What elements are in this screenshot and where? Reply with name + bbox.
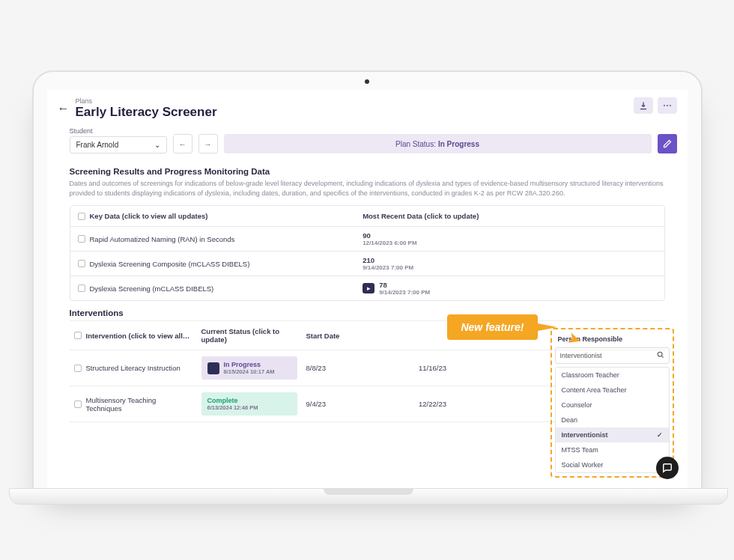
plan-status-bar: Plan Status: In Progress [224, 134, 652, 153]
key-data-cell[interactable]: Dyslexia Screening (mCLASS DIBELS) [70, 276, 356, 300]
person-option[interactable]: Social Worker [556, 457, 669, 472]
col-key-data[interactable]: Key Data (click to view all updates) [90, 212, 208, 220]
student-select[interactable]: Frank Arnold ⌄ [70, 136, 167, 153]
end-date: 11/16/23 [369, 358, 497, 378]
help-fab-button[interactable] [656, 457, 679, 479]
key-data-cell[interactable]: Rapid Automatized Naming (RAN) in Second… [70, 227, 356, 251]
download-button[interactable] [634, 97, 653, 114]
student-label: Student [70, 127, 167, 135]
intervention-name: Multisensory Teaching Techniques [86, 396, 192, 413]
person-option-label: MTSS Team [562, 446, 598, 454]
person-option[interactable]: Classroom Teacher [556, 368, 669, 383]
checkbox[interactable] [74, 401, 82, 408]
key-data-label: Rapid Automatized Naming (RAN) in Second… [90, 235, 235, 243]
status-label: In Progress [224, 361, 275, 368]
recent-value: 90 [363, 231, 417, 240]
recent-value: 78 [379, 281, 430, 289]
checkbox[interactable] [78, 213, 85, 220]
status-cell[interactable]: Complete6/13/2024 12:46 PM [197, 386, 302, 421]
person-option-label: Interventionist [562, 431, 608, 439]
search-icon [657, 351, 664, 360]
checkbox[interactable] [74, 365, 82, 372]
col-start-date[interactable]: Start Date [306, 332, 340, 340]
person-option-label: Dean [562, 416, 578, 424]
interventions-section-title: Interventions [70, 308, 665, 317]
checkbox[interactable] [78, 260, 85, 267]
status-timestamp: 6/13/2024 12:46 PM [207, 404, 258, 411]
plan-status-prefix: Plan Status: [395, 140, 436, 148]
app-screen: ← Plans Early Literacy Screener ⋯ Studen… [47, 90, 688, 488]
key-data-label: Dyslexia Screening (mCLASS DIBELS) [90, 284, 214, 293]
recent-data-cell[interactable]: ▸ 789/14/2023 7:00 PM [355, 276, 664, 300]
back-arrow-icon[interactable]: ← [58, 102, 70, 115]
person-option-label: Social Worker [562, 461, 604, 469]
person-option-label: Counselor [562, 401, 592, 409]
recent-timestamp: 9/14/2023 7:00 PM [379, 289, 430, 296]
new-feature-callout: New feature! ➤ [447, 314, 537, 340]
status-badge-icon [207, 362, 219, 374]
screening-section-title: Screening Results and Progress Monitorin… [70, 167, 665, 176]
next-student-button[interactable]: → [198, 134, 218, 153]
recent-timestamp: 12/14/2023 6:00 PM [363, 240, 417, 246]
status-timestamp: 8/15/2024 10:17 AM [224, 368, 275, 375]
chevron-down-icon: ⌄ [154, 141, 160, 149]
person-option[interactable]: MTSS Team [556, 442, 669, 457]
person-option[interactable]: Content Area Teacher [556, 383, 669, 398]
page-title: Early Literacy Screener [76, 105, 217, 120]
recent-data-cell[interactable]: 2109/14/2023 7:00 PM [355, 252, 664, 276]
person-option[interactable]: Counselor [556, 398, 669, 413]
status-cell[interactable]: In Progress8/15/2024 10:17 AM [197, 350, 302, 386]
recent-data-cell[interactable]: 9012/14/2023 6:00 PM [355, 227, 664, 251]
person-option[interactable]: Dean [556, 413, 669, 427]
screening-table: Key Data (click to view all updates) Mos… [70, 205, 665, 301]
start-date: 8/8/23 [302, 358, 369, 378]
col-intervention[interactable]: Intervention (click to view all… [86, 332, 190, 340]
laptop-base [9, 488, 728, 505]
svg-point-0 [658, 352, 662, 356]
checkbox[interactable] [78, 235, 85, 243]
col-recent-data[interactable]: Most Recent Data (click to update) [363, 212, 479, 220]
status-label: Complete [207, 397, 258, 404]
breadcrumb[interactable]: Plans [76, 97, 217, 105]
person-option[interactable]: Interventionist✓ [556, 427, 669, 442]
recent-timestamp: 9/14/2023 7:00 PM [363, 264, 413, 271]
prev-student-button[interactable]: ← [173, 134, 192, 153]
status-badge-icon: ▸ [363, 283, 374, 293]
intervention-name-cell[interactable]: Structured Literacy Instruction [70, 358, 197, 378]
person-option-label: Classroom Teacher [562, 371, 619, 379]
plan-status-value: In Progress [438, 140, 479, 148]
student-value: Frank Arnold [76, 141, 119, 149]
person-responsible-input[interactable]: Interventionist [555, 347, 670, 364]
check-icon: ✓ [657, 431, 663, 439]
checkbox[interactable] [78, 284, 85, 292]
edit-plan-button[interactable] [658, 134, 677, 153]
camera-dot [365, 79, 369, 84]
intervention-name: Structured Literacy Instruction [86, 364, 181, 372]
end-date: 12/22/23 [369, 394, 497, 414]
checkbox[interactable] [74, 332, 82, 339]
screening-section-desc: Dates and outcomes of screenings for ind… [70, 179, 665, 198]
start-date: 9/4/23 [302, 394, 369, 414]
col-status[interactable]: Current Status (click to update) [201, 327, 297, 344]
more-button[interactable]: ⋯ [658, 97, 677, 114]
person-responsible-panel: Person Responsible Interventionist Class… [550, 328, 674, 478]
intervention-name-cell[interactable]: Multisensory Teaching Techniques [70, 390, 197, 419]
recent-value: 210 [363, 256, 413, 264]
person-responsible-dropdown: Classroom TeacherContent Area TeacherCou… [555, 367, 670, 473]
callout-label: New feature! [447, 314, 537, 340]
person-responsible-value: Interventionist [560, 352, 602, 359]
person-option-label: Content Area Teacher [562, 386, 627, 394]
key-data-cell[interactable]: Dyslexia Screening Composite (mCLASS DIB… [70, 252, 356, 276]
key-data-label: Dyslexia Screening Composite (mCLASS DIB… [90, 260, 250, 268]
